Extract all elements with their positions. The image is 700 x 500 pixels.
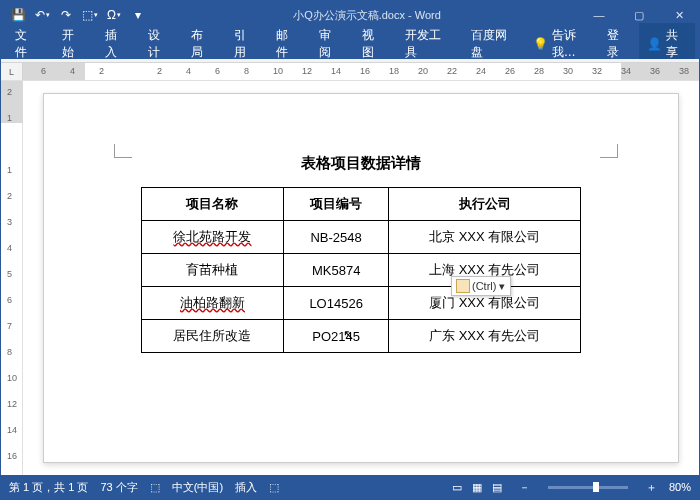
margin-mark-tr (600, 144, 618, 158)
data-table[interactable]: 项目名称项目编号执行公司 徐北苑路开发NB-2548北京 XXX 有限公司育苗种… (141, 187, 581, 353)
zoom-in-button[interactable]: ＋ (646, 480, 657, 495)
document-page[interactable]: 表格项目数据详情 项目名称项目编号执行公司 徐北苑路开发NB-2548北京 XX… (43, 93, 679, 463)
titlebar: 💾 ↶ ↷ ⬚ Ω ▾ 小Q办公演示文稿.docx - Word — ▢ ✕ (1, 1, 699, 29)
cell-company[interactable]: 北京 XXX 有限公司 (389, 221, 581, 254)
page-container[interactable]: 表格项目数据详情 项目名称项目编号执行公司 徐北苑路开发NB-2548北京 XX… (23, 81, 699, 475)
ruler-mark: 2 (7, 191, 12, 201)
tab-design[interactable]: 设计 (138, 29, 181, 59)
zoom-slider[interactable] (548, 486, 628, 489)
ruler-mark: 14 (331, 66, 341, 76)
qat-customize-button[interactable]: ▾ (127, 4, 149, 26)
ruler-mark: 6 (41, 66, 46, 76)
cell-company[interactable]: 广东 XXX 有先公司 (389, 320, 581, 353)
tab-insert[interactable]: 插入 (95, 29, 138, 59)
zoom-out-button[interactable]: － (519, 480, 530, 495)
cell-project-id[interactable]: NB-2548 (283, 221, 388, 254)
zoom-thumb[interactable] (593, 482, 599, 492)
paste-options-popup[interactable]: (Ctrl) ▾ (451, 276, 511, 296)
ruler-mark: 3 (7, 217, 12, 227)
ruler-mark: 24 (476, 66, 486, 76)
print-layout-button[interactable]: ▦ (467, 479, 487, 495)
statusbar: 第 1 页，共 1 页 73 个字 ⬚ 中文(中国) 插入 ⬚ ▭ ▦ ▤ － … (1, 475, 699, 499)
ruler-mark: 26 (505, 66, 515, 76)
undo-button[interactable]: ↶ (31, 4, 53, 26)
cell-project-id[interactable]: PO2145 (283, 320, 388, 353)
ruler-mark: 1 (7, 165, 12, 175)
ribbon-tabs: 文件 开始 插入 设计 布局 引用 邮件 审阅 视图 开发工具 百度网盘 💡 告… (1, 29, 699, 59)
ruler-mark: 22 (447, 66, 457, 76)
ruler-mark: 32 (592, 66, 602, 76)
paste-ctrl-label: (Ctrl) ▾ (472, 280, 506, 293)
word-count[interactable]: 73 个字 (100, 480, 137, 495)
ruler-mark: 10 (273, 66, 283, 76)
vertical-ruler[interactable]: 21123456781012141618 (1, 81, 23, 475)
clipboard-icon (456, 279, 470, 293)
ruler-mark: 34 (621, 66, 631, 76)
proofing-button[interactable]: ⬚ (150, 481, 160, 494)
table-header[interactable]: 项目名称 (142, 188, 284, 221)
macro-button[interactable]: ⬚ (269, 481, 279, 494)
read-mode-button[interactable]: ▭ (447, 479, 467, 495)
login-button[interactable]: 登录 (597, 29, 639, 59)
document-title[interactable]: 表格项目数据详情 (94, 154, 628, 173)
tab-mailings[interactable]: 邮件 (266, 29, 309, 59)
save-button[interactable]: 💾 (7, 4, 29, 26)
cell-project-name[interactable]: 育苗种植 (142, 254, 284, 287)
touch-mode-button[interactable]: ⬚ (79, 4, 101, 26)
cell-project-name[interactable]: 徐北苑路开发 (142, 221, 284, 254)
ruler-mark: 6 (7, 295, 12, 305)
tab-review[interactable]: 审阅 (309, 29, 352, 59)
ruler-mark: 4 (70, 66, 75, 76)
lightbulb-icon: 💡 (533, 37, 548, 51)
tab-home[interactable]: 开始 (52, 29, 95, 59)
tab-developer[interactable]: 开发工具 (395, 29, 461, 59)
tab-baidu[interactable]: 百度网盘 (461, 29, 527, 59)
insert-mode[interactable]: 插入 (235, 480, 257, 495)
cell-project-name[interactable]: 居民住所改造 (142, 320, 284, 353)
ruler-mark: 6 (215, 66, 220, 76)
cell-project-id[interactable]: MK5874 (283, 254, 388, 287)
ruler-mark: 12 (302, 66, 312, 76)
table-row[interactable]: 居民住所改造PO2145广东 XXX 有先公司 (142, 320, 581, 353)
ruler-mark: 4 (186, 66, 191, 76)
language-indicator[interactable]: 中文(中国) (172, 480, 223, 495)
ruler-mark: 30 (563, 66, 573, 76)
ruler-mark: 8 (244, 66, 249, 76)
ruler-mark: 2 (157, 66, 162, 76)
tab-view[interactable]: 视图 (352, 29, 395, 59)
table-row[interactable]: 徐北苑路开发NB-2548北京 XXX 有限公司 (142, 221, 581, 254)
table-header[interactable]: 项目编号 (283, 188, 388, 221)
web-layout-button[interactable]: ▤ (487, 479, 507, 495)
ruler-corner[interactable]: L (1, 63, 23, 80)
horizontal-ruler[interactable]: L 6422468101214161820222426283032343638 (1, 63, 699, 81)
table-row[interactable]: 育苗种植MK5874上海 XXX 有先公司 (142, 254, 581, 287)
page-indicator[interactable]: 第 1 页，共 1 页 (9, 480, 88, 495)
tab-file[interactable]: 文件 (1, 29, 52, 59)
share-label: 共享 (666, 27, 687, 61)
ruler-mark: 28 (534, 66, 544, 76)
ruler-mark: 20 (418, 66, 428, 76)
ruler-mark: 14 (7, 425, 17, 435)
symbol-button[interactable]: Ω (103, 4, 125, 26)
ruler-mark: 12 (7, 399, 17, 409)
view-buttons: ▭ ▦ ▤ (447, 479, 507, 495)
cell-project-name[interactable]: 油柏路翻新 (142, 287, 284, 320)
ruler-mark: 10 (7, 373, 17, 383)
tell-me-search[interactable]: 💡 告诉我… (533, 27, 597, 61)
ruler-mark: 38 (679, 66, 689, 76)
tab-references[interactable]: 引用 (224, 29, 267, 59)
cell-project-id[interactable]: LO14526 (283, 287, 388, 320)
ruler-mark: 36 (650, 66, 660, 76)
person-icon: 👤 (647, 37, 662, 51)
table-header[interactable]: 执行公司 (389, 188, 581, 221)
table-row[interactable]: 油柏路翻新LO14526厦门 XXX 有限公司 (142, 287, 581, 320)
redo-button[interactable]: ↷ (55, 4, 77, 26)
ruler-mark: 16 (7, 451, 17, 461)
margin-mark-tl (114, 144, 132, 158)
ruler-mark: 8 (7, 347, 12, 357)
ruler-mark: 5 (7, 269, 12, 279)
ruler-mark: 2 (7, 87, 12, 97)
tab-layout[interactable]: 布局 (181, 29, 224, 59)
zoom-level[interactable]: 80% (669, 481, 691, 493)
window-title: 小Q办公演示文稿.docx - Word (155, 8, 579, 23)
